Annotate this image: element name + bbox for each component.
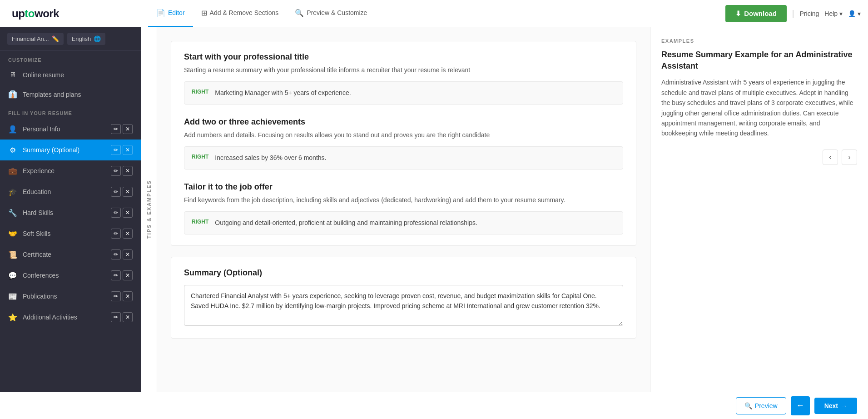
certificate-actions: ✏ ✕ <box>111 249 133 259</box>
fill-section-label: FILL IN YOUR RESUME <box>0 104 141 119</box>
preview-label: Preview <box>755 402 778 409</box>
preview-search-icon: 🔍 <box>744 402 752 409</box>
preview-button[interactable]: 🔍 Preview <box>736 397 786 414</box>
user-avatar-icon: 👤 <box>848 10 856 17</box>
summary-form-title: Summary (Optional) <box>184 268 623 278</box>
hard-skills-icon: 🔧 <box>8 209 17 217</box>
tip-block-1: Start with your professional title Start… <box>184 52 623 105</box>
download-button[interactable]: ⬇ Download <box>725 5 787 22</box>
experience-label: Experience <box>23 167 105 175</box>
education-edit-btn[interactable]: ✏ <box>111 187 121 197</box>
tip-example-label-1: RIGHT <box>192 89 208 95</box>
hard-skills-actions: ✏ ✕ <box>111 208 133 218</box>
online-resume-icon: 🖥 <box>8 71 17 79</box>
personal-info-delete-btn[interactable]: ✕ <box>123 124 133 134</box>
personal-info-actions: ✏ ✕ <box>111 124 133 134</box>
tip-block-2: Add two or three achievements Add number… <box>184 117 623 170</box>
download-label: Download <box>744 10 777 17</box>
additional-activities-actions: ✏ ✕ <box>111 312 133 322</box>
tip-example-text-2: Increased sales by 36% over 6 months. <box>215 153 326 163</box>
examples-nav: ‹ › <box>661 150 857 165</box>
user-chevron-icon: ▾ <box>858 10 861 17</box>
editor-icon: 📄 <box>156 9 165 17</box>
summary-edit-btn[interactable]: ✏ <box>111 145 121 155</box>
examples-text: Administrative Assistant with 5 years of… <box>661 77 857 138</box>
summary-textarea[interactable] <box>184 285 623 326</box>
conferences-actions: ✏ ✕ <box>111 270 133 280</box>
sidebar-item-education[interactable]: 🎓 Education ✏ ✕ <box>0 181 141 202</box>
tips-section: Start with your professional title Start… <box>171 41 636 246</box>
pricing-link[interactable]: Pricing <box>800 10 819 17</box>
personal-info-edit-btn[interactable]: ✏ <box>111 124 121 134</box>
help-label: Help <box>824 10 838 17</box>
tab-preview-customize[interactable]: 🔍 Preview & Customize <box>287 0 375 27</box>
education-delete-btn[interactable]: ✕ <box>123 187 133 197</box>
soft-skills-label: Soft Skills <box>23 230 105 237</box>
certificate-delete-btn[interactable]: ✕ <box>123 249 133 259</box>
help-link[interactable]: Help ▾ <box>824 10 843 17</box>
back-button[interactable]: ← <box>791 396 810 415</box>
hard-skills-edit-btn[interactable]: ✏ <box>111 208 121 218</box>
soft-skills-edit-btn[interactable]: ✏ <box>111 229 121 239</box>
tip-example-1: RIGHT Marketing Manager with 5+ years of… <box>184 81 623 105</box>
additional-activities-icon: ⭐ <box>8 313 17 322</box>
content-area: TIPS & EXAMPLES Start with your professi… <box>141 27 868 392</box>
tab-editor[interactable]: 📄 Editor <box>148 0 193 27</box>
summary-delete-btn[interactable]: ✕ <box>123 145 133 155</box>
add-remove-icon: ⊞ <box>201 9 207 17</box>
file-label: Financial An... <box>12 35 49 42</box>
sidebar-item-hard-skills[interactable]: 🔧 Hard Skills ✏ ✕ <box>0 202 141 223</box>
sidebar-item-online-resume[interactable]: 🖥 Online resume <box>0 65 141 85</box>
lang-badge[interactable]: English 🌐 <box>67 33 106 45</box>
edit-icon: ✏️ <box>52 35 59 42</box>
additional-activities-label: Additional Activities <box>23 314 105 321</box>
examples-panel: EXAMPLES Resume Summary Example for an A… <box>650 27 868 392</box>
tip-example-text-1: Marketing Manager with 5+ years of exper… <box>215 88 351 98</box>
experience-edit-btn[interactable]: ✏ <box>111 166 121 176</box>
sidebar-item-summary[interactable]: ⚙ Summary (Optional) ✏ ✕ <box>0 140 141 160</box>
main-layout: Financial An... ✏️ English 🌐 CUSTOMIZE 🖥… <box>0 27 868 392</box>
conferences-edit-btn[interactable]: ✏ <box>111 270 121 280</box>
hard-skills-delete-btn[interactable]: ✕ <box>123 208 133 218</box>
personal-info-label: Personal Info <box>23 125 105 133</box>
header-separator: | <box>792 9 794 18</box>
additional-activities-delete-btn[interactable]: ✕ <box>123 312 133 322</box>
personal-info-icon: 👤 <box>8 125 17 134</box>
experience-delete-btn[interactable]: ✕ <box>123 166 133 176</box>
tips-label: TIPS & EXAMPLES <box>146 180 152 239</box>
sidebar-item-templates-plans[interactable]: 👔 Templates and plans <box>0 85 141 104</box>
tab-add-remove[interactable]: ⊞ Add & Remove Sections <box>193 0 287 27</box>
tab-preview-label: Preview & Customize <box>307 9 367 16</box>
soft-skills-delete-btn[interactable]: ✕ <box>123 229 133 239</box>
hard-skills-label: Hard Skills <box>23 209 105 216</box>
templates-label: Templates and plans <box>23 91 133 98</box>
editor-main: Start with your professional title Start… <box>157 27 650 392</box>
publications-delete-btn[interactable]: ✕ <box>123 291 133 301</box>
sidebar-item-personal-info[interactable]: 👤 Personal Info ✏ ✕ <box>0 119 141 140</box>
experience-actions: ✏ ✕ <box>111 166 133 176</box>
tip-example-3: RIGHT Outgoing and detail-oriented, prof… <box>184 211 623 234</box>
logo: uptowork <box>7 7 148 20</box>
conferences-delete-btn[interactable]: ✕ <box>123 270 133 280</box>
templates-icon: 👔 <box>8 90 17 99</box>
sidebar-item-conferences[interactable]: 💬 Conferences ✏ ✕ <box>0 265 141 286</box>
publications-edit-btn[interactable]: ✏ <box>111 291 121 301</box>
file-badge[interactable]: Financial An... ✏️ <box>7 33 64 45</box>
back-label: ← <box>796 401 804 410</box>
certificate-edit-btn[interactable]: ✏ <box>111 249 121 259</box>
customize-section-label: CUSTOMIZE <box>0 51 141 65</box>
examples-next-btn[interactable]: › <box>842 150 857 165</box>
next-arrow-icon: → <box>841 402 847 409</box>
user-menu[interactable]: 👤 ▾ <box>848 10 861 17</box>
sidebar-item-soft-skills[interactable]: 🤝 Soft Skills ✏ ✕ <box>0 223 141 244</box>
examples-prev-btn[interactable]: ‹ <box>823 150 838 165</box>
sidebar-item-certificate[interactable]: 📜 Certificate ✏ ✕ <box>0 244 141 265</box>
sidebar-item-additional-activities[interactable]: ⭐ Additional Activities ✏ ✕ <box>0 307 141 328</box>
header-right: ⬇ Download | Pricing Help ▾ 👤 ▾ <box>725 5 861 22</box>
sidebar-item-publications[interactable]: 📰 Publications ✏ ✕ <box>0 286 141 307</box>
examples-label: EXAMPLES <box>661 38 857 44</box>
tip-example-label-2: RIGHT <box>192 154 208 160</box>
next-button[interactable]: Next → <box>814 398 857 414</box>
additional-activities-edit-btn[interactable]: ✏ <box>111 312 121 322</box>
sidebar-item-experience[interactable]: 💼 Experience ✏ ✕ <box>0 160 141 181</box>
